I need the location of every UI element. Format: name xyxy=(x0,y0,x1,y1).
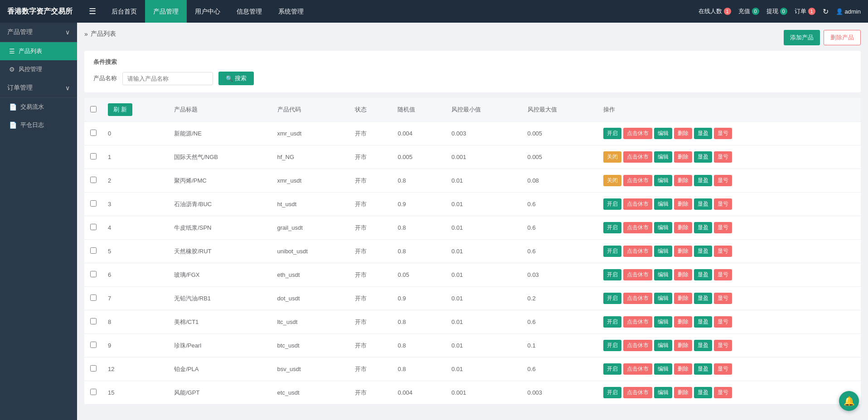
delete-button[interactable]: 删除 xyxy=(674,340,692,351)
pause-button[interactable]: 点击休市 xyxy=(623,198,652,210)
long-button[interactable]: 显盈 xyxy=(694,151,712,163)
long-button[interactable]: 显盈 xyxy=(694,222,712,233)
long-button[interactable]: 显盈 xyxy=(694,387,712,398)
row-checkbox[interactable] xyxy=(90,389,97,395)
close-button[interactable]: 关闭 xyxy=(603,151,621,163)
recharge-item[interactable]: 充值 0 xyxy=(738,7,759,15)
delete-button[interactable]: 删除 xyxy=(674,269,692,280)
row-checkbox[interactable] xyxy=(90,271,97,277)
delete-button[interactable]: 删除 xyxy=(674,316,692,328)
edit-button[interactable]: 编辑 xyxy=(654,198,672,210)
product-name-input[interactable] xyxy=(122,72,213,85)
pause-button[interactable]: 点击休市 xyxy=(623,222,652,233)
short-button[interactable]: 显亏 xyxy=(714,151,732,163)
refresh-icon[interactable]: ↻ xyxy=(823,7,829,16)
long-button[interactable]: 显盈 xyxy=(694,246,712,257)
short-button[interactable]: 显亏 xyxy=(714,269,732,280)
short-button[interactable]: 显亏 xyxy=(714,363,732,375)
open-button[interactable]: 开启 xyxy=(603,269,621,280)
nav-system[interactable]: 系统管理 xyxy=(270,0,312,23)
row-checkbox[interactable] xyxy=(90,318,97,324)
row-checkbox[interactable] xyxy=(90,224,97,230)
row-checkbox[interactable] xyxy=(90,177,97,183)
sidebar-item-product-list[interactable]: ☰ 产品列表 xyxy=(0,42,77,60)
delete-button[interactable]: 删除 xyxy=(674,293,692,304)
delete-button[interactable]: 删除 xyxy=(674,222,692,233)
pause-button[interactable]: 点击休市 xyxy=(623,151,652,163)
pause-button[interactable]: 点击休市 xyxy=(623,269,652,280)
delete-button[interactable]: 删除 xyxy=(674,175,692,186)
short-button[interactable]: 显亏 xyxy=(714,387,732,398)
delete-button[interactable]: 删除 xyxy=(674,198,692,210)
short-button[interactable]: 显亏 xyxy=(714,316,732,328)
nav-info[interactable]: 信息管理 xyxy=(228,0,270,23)
long-button[interactable]: 显盈 xyxy=(694,198,712,210)
open-button[interactable]: 开启 xyxy=(603,246,621,257)
open-button[interactable]: 开启 xyxy=(603,340,621,351)
menu-icon[interactable]: ☰ xyxy=(89,6,96,16)
pause-button[interactable]: 点击休市 xyxy=(623,340,652,351)
search-button[interactable]: 🔍 搜索 xyxy=(218,72,254,85)
row-checkbox[interactable] xyxy=(90,365,97,372)
edit-button[interactable]: 编辑 xyxy=(654,340,672,351)
long-button[interactable]: 显盈 xyxy=(694,175,712,186)
edit-button[interactable]: 编辑 xyxy=(654,293,672,304)
open-button[interactable]: 开启 xyxy=(603,222,621,233)
select-all-checkbox[interactable] xyxy=(90,106,97,112)
nav-products[interactable]: 产品管理 xyxy=(145,0,187,23)
pause-button[interactable]: 点击休市 xyxy=(623,316,652,328)
long-button[interactable]: 显盈 xyxy=(694,269,712,280)
open-button[interactable]: 开启 xyxy=(603,387,621,398)
long-button[interactable]: 显盈 xyxy=(694,293,712,304)
long-button[interactable]: 显盈 xyxy=(694,363,712,375)
sidebar-item-close-log[interactable]: 📄 平仓日志 xyxy=(0,116,77,134)
row-checkbox[interactable] xyxy=(90,153,97,159)
open-button[interactable]: 开启 xyxy=(603,316,621,328)
pause-button[interactable]: 点击休市 xyxy=(623,246,652,257)
nav-users[interactable]: 用户中心 xyxy=(187,0,228,23)
orders-item[interactable]: 订单 1 xyxy=(795,7,815,15)
pause-button[interactable]: 点击休市 xyxy=(623,387,652,398)
edit-button[interactable]: 编辑 xyxy=(654,363,672,375)
edit-button[interactable]: 编辑 xyxy=(654,269,672,280)
delete-button[interactable]: 删除 xyxy=(674,363,692,375)
short-button[interactable]: 显亏 xyxy=(714,293,732,304)
row-checkbox[interactable] xyxy=(90,294,97,301)
long-button[interactable]: 显盈 xyxy=(694,316,712,328)
pause-button[interactable]: 点击休市 xyxy=(623,128,652,139)
edit-button[interactable]: 编辑 xyxy=(654,222,672,233)
add-product-button[interactable]: 添加产品 xyxy=(784,30,820,45)
row-checkbox[interactable] xyxy=(90,342,97,348)
refresh-button[interactable]: 刷 新 xyxy=(108,103,132,116)
admin-menu[interactable]: 👤 admin xyxy=(836,8,861,15)
close-button[interactable]: 关闭 xyxy=(603,175,621,186)
nav-home[interactable]: 后台首页 xyxy=(103,0,145,23)
sidebar-item-risk-control[interactable]: ⚙ 风控管理 xyxy=(0,60,77,78)
edit-button[interactable]: 编辑 xyxy=(654,151,672,163)
pause-button[interactable]: 点击休市 xyxy=(623,363,652,375)
edit-button[interactable]: 编辑 xyxy=(654,387,672,398)
long-button[interactable]: 显盈 xyxy=(694,340,712,351)
sidebar-section-orders[interactable]: 订单管理 ∨ xyxy=(0,78,77,98)
withdraw-item[interactable]: 提现 0 xyxy=(766,7,787,15)
short-button[interactable]: 显亏 xyxy=(714,222,732,233)
edit-button[interactable]: 编辑 xyxy=(654,246,672,257)
open-button[interactable]: 开启 xyxy=(603,128,621,139)
open-button[interactable]: 开启 xyxy=(603,363,621,375)
row-checkbox[interactable] xyxy=(90,247,97,254)
short-button[interactable]: 显亏 xyxy=(714,340,732,351)
row-checkbox[interactable] xyxy=(90,200,97,207)
long-button[interactable]: 显盈 xyxy=(694,128,712,139)
open-button[interactable]: 开启 xyxy=(603,198,621,210)
delete-button[interactable]: 删除 xyxy=(674,246,692,257)
short-button[interactable]: 显亏 xyxy=(714,128,732,139)
delete-button[interactable]: 删除 xyxy=(674,128,692,139)
delete-button[interactable]: 删除 xyxy=(674,151,692,163)
notification-bell[interactable]: 🔔 xyxy=(839,391,859,411)
sidebar-item-trade-flow[interactable]: 📄 交易流水 xyxy=(0,98,77,116)
short-button[interactable]: 显亏 xyxy=(714,175,732,186)
pause-button[interactable]: 点击休市 xyxy=(623,175,652,186)
edit-button[interactable]: 编辑 xyxy=(654,316,672,328)
row-checkbox[interactable] xyxy=(90,130,97,136)
pause-button[interactable]: 点击休市 xyxy=(623,293,652,304)
